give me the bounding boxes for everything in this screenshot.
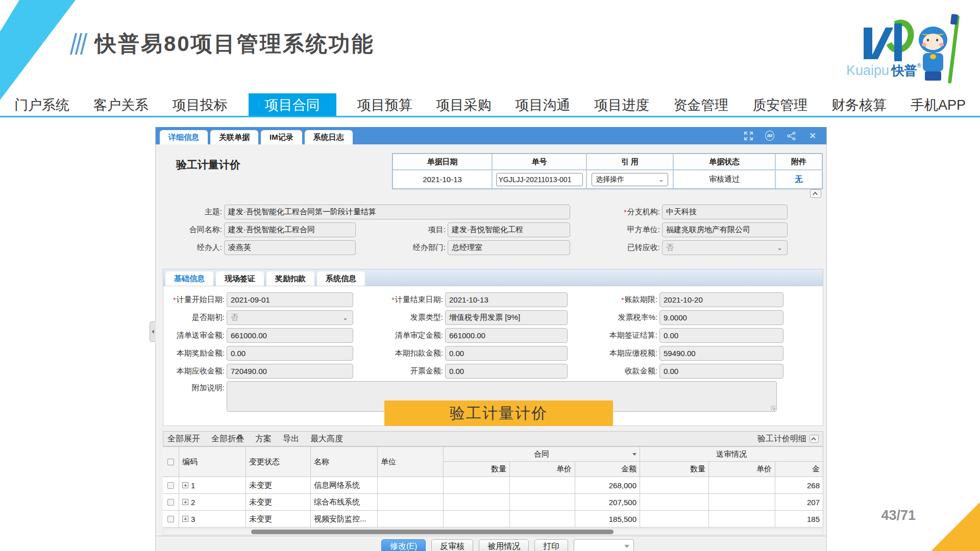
reward-amount-input[interactable]: 0.00: [227, 346, 353, 361]
group-review: 送审情况: [640, 446, 823, 462]
col-review-amount-cut: 金: [775, 462, 823, 477]
row-contract-amount: 268,000: [575, 477, 640, 494]
select-all-checkbox[interactable]: [167, 459, 174, 465]
panel-collapse-handle[interactable]: [150, 321, 156, 342]
end-date-input[interactable]: 2021-10-13: [445, 292, 568, 307]
nav-item-portal[interactable]: 门户系统: [11, 93, 72, 116]
invoiced-amount-input[interactable]: 0.00: [445, 364, 568, 379]
branch-label: *分支机构:: [572, 205, 660, 219]
row-contract-price: [510, 477, 575, 494]
row-unit: [378, 477, 444, 494]
project-label: 项目:: [358, 222, 446, 237]
attachment-link[interactable]: 无: [795, 174, 803, 184]
collapse-all-link[interactable]: 全部折叠: [211, 434, 244, 444]
receivable-select[interactable]: 否 ⌄: [662, 240, 788, 255]
row-contract-price: [510, 511, 575, 528]
start-date-input[interactable]: 2021-09-01: [227, 292, 353, 307]
row-status: 未变更: [246, 477, 311, 494]
start-date-label: *计量开始日期:: [165, 292, 225, 307]
due-date-input[interactable]: 2021-10-20: [659, 292, 783, 307]
footer-dropdown[interactable]: [574, 539, 634, 551]
expand-all-link[interactable]: 全部展开: [167, 434, 200, 444]
dept-input[interactable]: 总经理室: [448, 240, 570, 255]
fullscreen-icon[interactable]: [744, 131, 753, 140]
initial-period-select[interactable]: 否 ⌄: [227, 310, 353, 325]
invoice-type-input[interactable]: 增值税专用发票 [9%]: [445, 310, 568, 325]
handler-label: 经办人:: [161, 240, 222, 255]
scheme-link[interactable]: 方案: [255, 434, 272, 444]
close-icon[interactable]: ✕: [808, 131, 817, 140]
im-icon[interactable]: IM: [765, 131, 774, 140]
handler-input[interactable]: 凌燕英: [224, 240, 356, 255]
contract-input[interactable]: 建发·吾悦智能化工程合同: [224, 222, 356, 237]
grid-collapse-button[interactable]: [810, 435, 819, 443]
subtab-system-info[interactable]: 系统信息: [317, 271, 365, 286]
row-contract-amount: 185,500: [575, 511, 640, 528]
subject-input[interactable]: 建发·吾悦智能化工程合同第一阶段计量结算: [224, 205, 570, 219]
logo-wordmark: Kuaipu 快普®: [846, 62, 921, 79]
visa-settlement-input[interactable]: 0.00: [659, 328, 783, 343]
submitted-amount-input[interactable]: 661000.00: [227, 328, 353, 343]
expand-row-icon[interactable]: [182, 499, 188, 505]
doc-number-input[interactable]: YGJLJJ-20211013-001: [496, 173, 583, 186]
nav-item-progress[interactable]: 项目进度: [591, 93, 652, 116]
usage-button[interactable]: 被用情况: [479, 539, 529, 551]
nav-item-bidding[interactable]: 项目投标: [169, 93, 231, 116]
subtab-site-visa[interactable]: 现场签证: [216, 271, 264, 286]
expand-row-icon[interactable]: [182, 516, 188, 522]
horizontal-scrollbar[interactable]: [163, 529, 823, 535]
row-checkbox[interactable]: [167, 516, 174, 522]
subtab-reward-deduction[interactable]: 奖励扣款: [266, 271, 314, 286]
nav-item-communication[interactable]: 项目沟通: [512, 93, 573, 116]
unaudit-button[interactable]: 反审核: [431, 539, 473, 551]
approved-amount-input[interactable]: 661000.00: [445, 328, 568, 343]
row-checkbox[interactable]: [167, 499, 174, 506]
max-height-link[interactable]: 最大高度: [310, 434, 343, 444]
tab-system-log[interactable]: 系统日志: [305, 130, 353, 144]
receivable-label: 已转应收:: [572, 240, 660, 255]
export-link[interactable]: 导出: [283, 434, 299, 444]
nav-item-finance[interactable]: 财务核算: [828, 93, 890, 116]
nav-item-crm[interactable]: 客户关系: [90, 93, 152, 116]
deduction-amount-input[interactable]: 0.00: [445, 346, 568, 361]
nav-item-contract-active[interactable]: 项目合同: [249, 93, 336, 116]
row-contract-qty: [444, 511, 510, 528]
row-name: 视频安防监控...: [311, 511, 378, 528]
doc-date-value: 2021-10-13: [393, 170, 492, 189]
branch-input[interactable]: 中天科技: [662, 205, 788, 219]
page-title: 快普易80项目管理系统功能: [95, 30, 375, 58]
submitted-amount-label: 清单送审金额:: [165, 328, 225, 343]
subtab-basic-info[interactable]: 基础信息: [165, 271, 213, 286]
tax-payable-input[interactable]: 59490.00: [659, 346, 783, 361]
doc-col-reference: 引 用: [586, 154, 673, 170]
reference-select[interactable]: 选择操作 ⌄: [592, 173, 668, 186]
receivable-amount-input[interactable]: 720490.00: [227, 364, 353, 379]
modify-button[interactable]: 修改(E): [381, 539, 426, 551]
col-contract-price: 单价: [510, 462, 575, 477]
filter-caret-icon[interactable]: [632, 453, 636, 456]
nav-item-budget[interactable]: 项目预算: [354, 93, 415, 116]
tab-detail-info[interactable]: 详细信息: [160, 130, 208, 144]
row-contract-price: [510, 494, 575, 511]
share-icon[interactable]: [787, 131, 796, 140]
tab-related-docs[interactable]: 关联单据: [210, 130, 258, 144]
print-button[interactable]: 打印: [534, 539, 568, 551]
row-checkbox[interactable]: [167, 482, 174, 489]
nav-item-funds[interactable]: 资金管理: [670, 93, 731, 116]
tax-rate-label: 发票税率%:: [570, 310, 657, 325]
header-checkbox-cell: [163, 446, 179, 477]
party-input[interactable]: 福建兆联房地产有限公司: [662, 222, 788, 237]
tab-im-record[interactable]: IM记录: [261, 130, 302, 144]
row-review-qty: [640, 511, 709, 528]
doc-col-status: 单据状态: [673, 154, 775, 170]
header-collapse-button[interactable]: [810, 189, 821, 198]
nav-item-procurement[interactable]: 项目采购: [433, 93, 495, 116]
project-input[interactable]: 建发·吾悦智能化工程: [448, 222, 570, 237]
nav-item-quality[interactable]: 质安管理: [749, 93, 811, 116]
expand-row-icon[interactable]: [182, 482, 188, 488]
tax-rate-input[interactable]: 9.0000: [659, 310, 783, 325]
scrollbar-thumb[interactable]: [251, 530, 614, 534]
received-amount-label: 收款金额:: [570, 364, 657, 379]
received-amount-input[interactable]: 0.00: [659, 364, 783, 379]
nav-item-mobile-app[interactable]: 手机APP: [908, 93, 969, 116]
